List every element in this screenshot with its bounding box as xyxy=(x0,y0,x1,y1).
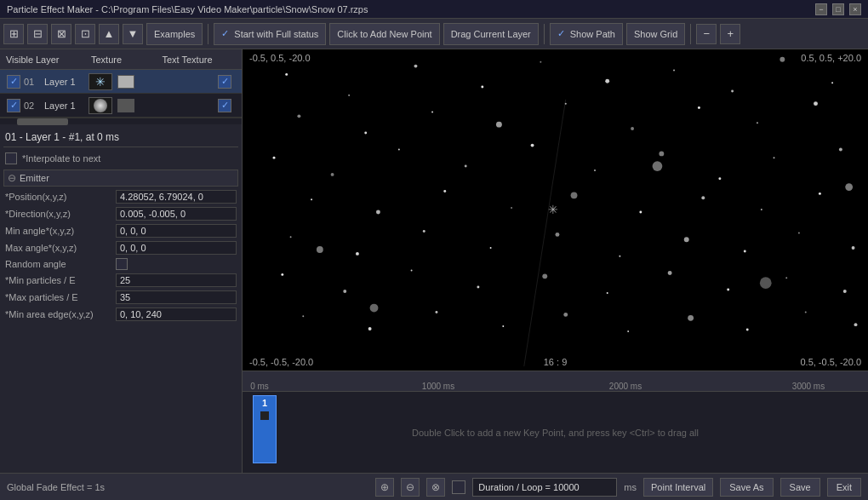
layer-scrollbar[interactable] xyxy=(0,118,242,124)
col-header-texture: Texture xyxy=(77,55,136,65)
svg-point-47 xyxy=(852,246,855,250)
show-path-button[interactable]: Show Path xyxy=(550,23,623,45)
svg-point-23 xyxy=(531,144,534,147)
interpolate-checkbox[interactable] xyxy=(5,152,17,164)
min-angle-value[interactable]: 0, 0, 0 xyxy=(116,224,237,238)
toolbar-up-icon[interactable]: ▲ xyxy=(99,24,119,44)
min-particles-value[interactable]: 25 xyxy=(116,273,237,287)
layer-visibility-checkbox[interactable]: ✓ xyxy=(7,99,20,112)
min-area-edge-value[interactable]: 0, 10, 240 xyxy=(116,307,237,321)
duration-field[interactable] xyxy=(472,478,617,497)
keypoint-label: 1 xyxy=(262,396,267,408)
direction-value[interactable]: 0.005, -0.005, 0 xyxy=(116,207,237,221)
svg-point-33 xyxy=(571,192,578,198)
svg-point-70 xyxy=(760,277,772,289)
save-button[interactable]: Save xyxy=(780,478,820,497)
svg-point-63 xyxy=(563,313,568,317)
click-to-add-new-point-button[interactable]: Click to Add New Point xyxy=(329,23,439,45)
app-title: Particle Effect Maker - C:\Program Files… xyxy=(7,4,368,14)
svg-point-9 xyxy=(831,82,833,83)
texture-preview[interactable] xyxy=(89,97,112,114)
keypoint-bar[interactable]: 1 xyxy=(253,395,277,463)
window-controls: − □ × xyxy=(815,3,861,15)
point-interval-button[interactable]: Point Interval xyxy=(643,478,713,497)
svg-point-51 xyxy=(411,270,413,272)
canvas-container: ✳ xyxy=(243,49,868,371)
bottom-checkbox[interactable] xyxy=(452,480,465,494)
texture-preview[interactable]: ✳ xyxy=(89,73,112,90)
plus-icon[interactable]: + xyxy=(720,24,740,44)
restore-button[interactable]: □ xyxy=(832,3,844,15)
drag-current-layer-button[interactable]: Drag Current Layer xyxy=(443,23,539,45)
layer-visibility-checkbox[interactable]: ✓ xyxy=(7,75,20,89)
position-value[interactable]: 4.28052, 6.79024, 0 xyxy=(116,190,237,204)
separator-1 xyxy=(208,24,208,44)
min-angle-row: Min angle*(x,y,z) 0, 0, 0 xyxy=(3,224,238,238)
snowflake-icon: ✳ xyxy=(95,75,106,89)
svg-point-53 xyxy=(542,273,547,279)
scrollbar-thumb[interactable] xyxy=(17,118,68,125)
layer-row[interactable]: ✓ 01 Layer 1 ✳ ✓ xyxy=(0,70,242,94)
canvas-corner-tr: 0.5, 0.5, +20.0 xyxy=(801,53,861,63)
minimize-button[interactable]: − xyxy=(815,3,827,15)
layer-check-right[interactable]: ✓ xyxy=(218,99,231,112)
show-grid-button[interactable]: Show Grid xyxy=(626,23,685,45)
min-particles-label: *Min particles / E xyxy=(5,275,116,285)
svg-point-13 xyxy=(496,122,502,128)
minus-icon[interactable]: − xyxy=(696,24,717,44)
texture-color-swatch[interactable] xyxy=(117,75,134,89)
layer-check-right[interactable]: ✓ xyxy=(218,75,231,89)
svg-point-42 xyxy=(556,233,560,237)
bottom-icon-1[interactable]: ⊕ xyxy=(375,478,394,497)
svg-point-31 xyxy=(443,190,446,193)
col-header-layer: Layer xyxy=(36,55,77,65)
emitter-section-header[interactable]: Emitter xyxy=(3,170,238,187)
snow-preview: ✳ xyxy=(243,49,868,371)
col-header-visible: Visible xyxy=(3,55,36,65)
svg-point-15 xyxy=(631,127,634,130)
max-angle-value[interactable]: 0, 0, 0 xyxy=(116,241,237,255)
interpolate-label: *Interpolate to next xyxy=(22,153,100,164)
col-header-text-texture: Text Texture xyxy=(136,55,238,65)
timeline-content[interactable]: 1 Double Click to add a new Key Point, a… xyxy=(243,392,868,473)
toolbar-icon-2[interactable]: ⊟ xyxy=(27,24,48,44)
examples-button[interactable]: Examples xyxy=(146,23,203,45)
svg-point-2 xyxy=(414,65,418,68)
svg-point-59 xyxy=(302,315,304,317)
toolbar-icon-1[interactable]: ⊞ xyxy=(3,24,24,44)
svg-point-69 xyxy=(653,161,663,171)
svg-point-62 xyxy=(502,325,504,327)
separator-2 xyxy=(544,24,545,44)
toolbar-icon-3[interactable]: ⊠ xyxy=(51,24,71,44)
timeline-hint: Double Click to add a new Key Point, and… xyxy=(412,428,699,438)
close-button[interactable]: × xyxy=(849,3,861,15)
canvas-corner-bl: -0.5, -0.5, -20.0 xyxy=(249,357,313,367)
canvas-corner-tl: -0.5, 0.5, -20.0 xyxy=(249,53,311,63)
global-fade-status: Global Fade Effect = 1s xyxy=(7,482,368,492)
svg-point-49 xyxy=(281,273,283,276)
svg-point-67 xyxy=(805,311,807,313)
svg-point-55 xyxy=(668,271,672,275)
min-area-edge-row: *Min area edge(x,y,z) 0, 10, 240 xyxy=(3,307,238,321)
svg-point-65 xyxy=(688,315,694,321)
bottom-icon-3[interactable]: ⊗ xyxy=(426,478,445,497)
svg-point-7 xyxy=(731,89,734,92)
bottom-icon-2[interactable]: ⊖ xyxy=(401,478,420,497)
svg-point-34 xyxy=(639,210,642,213)
layer-row[interactable]: ✓ 02 Layer 1 ✓ xyxy=(0,94,242,118)
svg-point-38 xyxy=(290,236,292,238)
canvas-aspect-ratio: 16 : 9 xyxy=(544,357,568,367)
svg-point-27 xyxy=(774,157,775,158)
start-with-full-status-button[interactable]: Start with Full status xyxy=(214,23,326,45)
texture-color-swatch[interactable] xyxy=(117,99,134,112)
svg-point-68 xyxy=(854,323,858,326)
exit-button[interactable]: Exit xyxy=(827,478,861,497)
min-area-edge-label: *Min area edge(x,y,z) xyxy=(5,309,116,319)
layer-name: Layer 1 xyxy=(44,77,85,87)
toolbar-icon-4[interactable]: ⊡ xyxy=(75,24,95,44)
toolbar-down-icon[interactable]: ▼ xyxy=(123,24,143,44)
save-as-button[interactable]: Save As xyxy=(720,478,773,497)
svg-point-73 xyxy=(317,246,323,253)
max-particles-value[interactable]: 35 xyxy=(116,290,237,304)
random-angle-checkbox[interactable] xyxy=(116,258,128,270)
